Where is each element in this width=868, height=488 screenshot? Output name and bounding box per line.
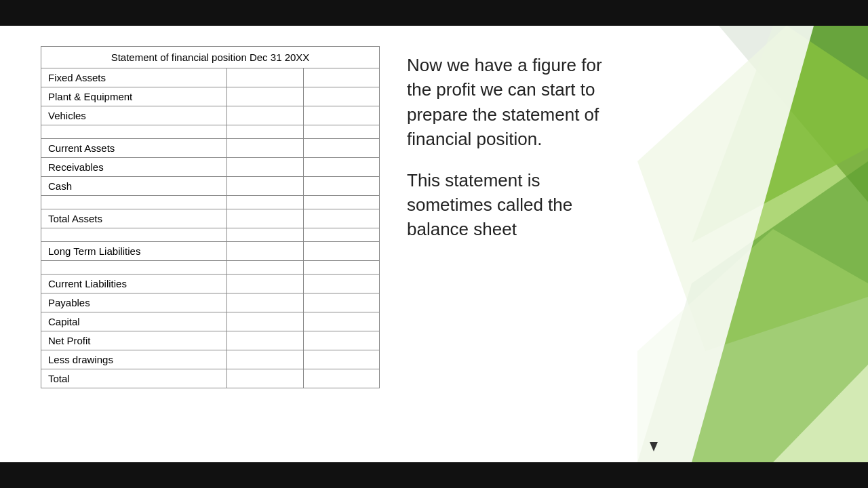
row-total (303, 209, 379, 228)
table-row: Total Assets (41, 209, 380, 228)
row-value (227, 369, 303, 388)
row-total (303, 331, 379, 350)
paragraph-2: This statement is sometimes called the b… (407, 168, 617, 242)
cursor-indicator (650, 442, 658, 454)
table-row: Current Assets (41, 139, 380, 158)
row-total (303, 68, 379, 87)
table-row (41, 228, 380, 242)
table-row (41, 196, 380, 209)
row-value (227, 242, 303, 261)
top-bar (0, 0, 868, 26)
table-section: Statement of financial position Dec 31 2… (41, 39, 380, 388)
row-label: Less drawings (41, 350, 227, 369)
table-row: Long Term Liabilities (41, 242, 380, 261)
row-value (227, 312, 303, 331)
row-label: Vehicles (41, 106, 227, 125)
table-row: Capital (41, 312, 380, 331)
table-row: Receivables (41, 158, 380, 177)
table-row: Less drawings (41, 350, 380, 369)
financial-table: Statement of financial position Dec 31 2… (41, 46, 380, 388)
row-label: Net Profit (41, 331, 227, 350)
row-label: Total Assets (41, 209, 227, 228)
paragraph-1: Now we have a figure for the profit we c… (407, 53, 617, 152)
text-section: Now we have a figure for the profit we c… (380, 39, 637, 258)
row-value (227, 177, 303, 196)
background-decoration (637, 26, 868, 462)
table-title: Statement of financial position Dec 31 2… (41, 47, 380, 68)
content-area: Statement of financial position Dec 31 2… (41, 26, 637, 462)
row-total (303, 350, 379, 369)
row-total (303, 106, 379, 125)
row-value (227, 68, 303, 87)
row-total (303, 139, 379, 158)
row-total (303, 312, 379, 331)
row-value (227, 331, 303, 350)
row-total (303, 369, 379, 388)
table-row (41, 125, 380, 139)
table-row: Vehicles (41, 106, 380, 125)
row-label: Current Assets (41, 139, 227, 158)
table-row (41, 261, 380, 274)
row-value (227, 158, 303, 177)
bottom-bar (0, 462, 868, 488)
row-total (303, 274, 379, 293)
row-value (227, 350, 303, 369)
slide-container: Statement of financial position Dec 31 2… (0, 0, 868, 488)
table-row: Net Profit (41, 331, 380, 350)
row-total (303, 158, 379, 177)
row-value (227, 106, 303, 125)
row-label: Cash (41, 177, 227, 196)
table-row: Total (41, 369, 380, 388)
table-row: Current Liabilities (41, 274, 380, 293)
row-label: Plant & Equipment (41, 87, 227, 106)
row-label: Total (41, 369, 227, 388)
row-value (227, 139, 303, 158)
table-row: Cash (41, 177, 380, 196)
row-total (303, 87, 379, 106)
row-total (303, 242, 379, 261)
row-label: Fixed Assets (41, 68, 227, 87)
row-value (227, 87, 303, 106)
row-label: Capital (41, 312, 227, 331)
row-value (227, 209, 303, 228)
row-total (303, 293, 379, 312)
table-row: Payables (41, 293, 380, 312)
row-total (303, 177, 379, 196)
table-row: Plant & Equipment (41, 87, 380, 106)
row-label: Receivables (41, 158, 227, 177)
row-label: Long Term Liabilities (41, 242, 227, 261)
table-row: Fixed Assets (41, 68, 380, 87)
row-value (227, 274, 303, 293)
row-label: Payables (41, 293, 227, 312)
row-label: Current Liabilities (41, 274, 227, 293)
row-value (227, 293, 303, 312)
